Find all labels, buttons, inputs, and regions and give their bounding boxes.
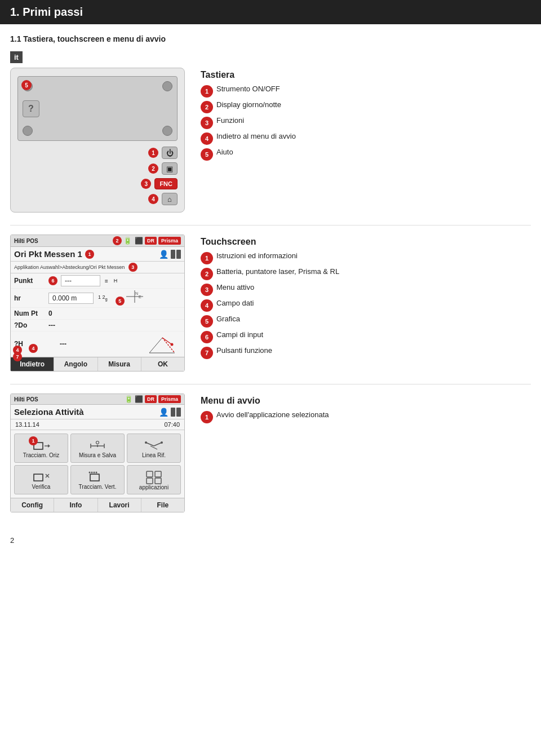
ts-badge-4b: 4 [29,344,38,353]
menu-avvio-title: Menu di avvio [201,396,531,406]
menu-date: 13.11.14 [15,421,39,428]
menu-person-icon: 👤 [159,408,168,417]
app-linea-rif[interactable]: Linea Rif. [127,434,181,463]
app-misura-salva[interactable]: Misura e Salva [70,434,125,463]
tastiera-list: 1 Strumento ON/OFF 2 Display giorno/nott… [201,85,531,161]
ts-desc-3-text: Menu attivo [216,283,254,291]
badge-4: 4 [148,194,158,204]
ts-btn-misura[interactable]: Misura [98,357,141,371]
misura-salva-icon [88,440,107,452]
ts-desc-4: 4 Campo dati [201,299,531,312]
display-button[interactable]: ▣ [162,162,178,175]
badge-2: 2 [148,163,158,174]
menu-avvio-diagram: Hilti POS 🔋 ⬛ DR Prisma Seleziona Attivi… [10,394,185,512]
menu-laser-icon: ⬛ [135,395,143,403]
ts-desc-2-text: Batteria, puntatore laser, Prisma & RL [216,267,339,276]
ts-desc-2: 2 Batteria, puntatore laser, Prisma & RL [201,267,531,280]
home-button[interactable]: ⌂ [162,193,178,205]
ts-btn-angolo[interactable]: Angolo [54,357,97,371]
power-icon: ⏻ [166,149,174,157]
svg-rect-36 [155,478,161,484]
app-verifica[interactable]: Verifica [14,465,68,494]
svg-rect-34 [155,471,161,477]
menu-avvio-section: Hilti POS 🔋 ⬛ DR Prisma Seleziona Attivi… [10,394,531,512]
app-tracciam-oriz[interactable]: 1 Tracciam. Oriz [14,434,68,463]
menu-num-1: 1 [201,411,213,423]
menu-datetime-bar: 13.11.14 07:40 [11,419,184,430]
menu-header-title: Hilti POS [14,396,38,403]
tracciam-vert-icon [88,471,107,484]
ts-badge-1: 1 [85,250,94,259]
home-icon: ⌂ [167,195,172,204]
svg-point-21 [161,441,163,444]
menu-battery-icon: 🔋 [125,395,133,403]
lang-tag: it [10,51,23,63]
svg-rect-24 [34,475,42,480]
ts-desc-1-text: Istruzioni ed informazioni [216,251,298,260]
svg-point-29 [89,472,91,474]
touchscreen-list: 1 Istruzioni ed informazioni 2 Batteria,… [201,251,531,359]
ts-row-punkt: Punkt 6 --- ≡ H [11,273,184,289]
svg-marker-12 [48,444,50,448]
ts-badge-5: 5 [116,297,125,306]
ts-breadcrumb-text: Applikation Auswahl>Absteckung/Ori Pkt M… [14,264,125,270]
ts-badge-7: 7 [13,352,22,361]
ts-label-numpt: Num Pt [14,310,45,317]
app-verifica-label: Verifica [32,484,51,490]
ts-badge-6: 6 [48,276,57,285]
fnc-button[interactable]: FNC [154,178,178,189]
ts-field-punkt[interactable]: --- [61,275,100,286]
ts-value-numpt: 0 [48,310,52,317]
menu-btn-file[interactable]: File [141,498,184,512]
fnc-label: FNC [159,180,172,187]
ts-num-4: 4 [201,299,213,312]
linea-rif-icon [145,440,163,452]
touchscreen-section: Hilti POS 2 🔋 ⬛ DR Prisma Ori Pkt Messen… [10,235,531,372]
menu-btn-lavori[interactable]: Lavori [98,498,141,512]
section-divider-1 [10,225,531,226]
menu-btn-file-label: File [157,501,169,509]
svg-point-20 [145,441,147,444]
tastiera-diagram: ? 5 1 ⏻ 2 ▣ [10,68,185,213]
menu-btn-info[interactable]: Info [54,498,97,512]
tastiera-item-3-text: Funzioni [216,116,244,125]
ts-desc-1: 1 Istruzioni ed informazioni [201,251,531,264]
section-divider-2 [10,384,531,384]
menu-avvio-description: Menu di avvio 1 Avvio dell'applicazione … [201,394,531,426]
help-button[interactable]: ? [23,100,39,117]
svg-point-8 [171,343,174,346]
ts-btn-ok[interactable]: OK [141,357,184,371]
page-number: 2 [10,536,14,545]
ts-value-do: --- [48,321,55,329]
ts-label-do: ?Do [14,321,45,329]
ts-desc-3: 3 Menu attivo [201,283,531,296]
app-tracciam-vert-label: Tracciam. Vert. [79,484,117,490]
app-applicazioni[interactable]: applicazioni [127,465,181,494]
ts-value-h: --- [60,340,66,348]
tastiera-item-2-text: Display giorno/notte [216,100,281,109]
badge-3: 3 [141,179,151,189]
ts-desc-7-text: Pulsanti funzione [216,346,272,355]
device-screen: ? 5 [17,76,178,141]
ts-field-h: H [114,278,118,284]
menu-screen-title: Seleziona Attività [14,407,84,417]
ts-123-icon: 1 2g [98,294,108,302]
ts-desc-7: 7 Pulsanti funzione [201,346,531,359]
svg-text:N: N [135,291,138,295]
ts-desc-6-text: Campi di input [216,330,263,339]
menu-btn-lavori-label: Lavori [109,501,130,509]
ts-header: Hilti POS 2 🔋 ⬛ DR Prisma [11,235,184,247]
ts-row-do: ?Do --- [11,320,184,331]
ts-field-hr[interactable]: 0.000 m [48,293,94,304]
ts-label-hr: hr [14,294,45,302]
page-subtitle: 1.1 Tastiera, touchscreen e menu di avvi… [10,34,531,43]
ts-screen-title: Ori Pkt Messen 1 [14,249,82,259]
ts-num-2: 2 [201,268,213,280]
ts-footer-buttons: Indietro Angolo Misura OK [11,357,184,371]
menu-btn-config[interactable]: Config [11,498,54,512]
ts-badge-3: 3 [128,263,138,272]
app-tracciam-vert[interactable]: Tracciam. Vert. [70,465,125,494]
onoff-button[interactable]: ⏻ [162,147,178,159]
app-misura-salva-label: Misura e Salva [79,452,116,458]
ts-num-3: 3 [201,284,213,296]
